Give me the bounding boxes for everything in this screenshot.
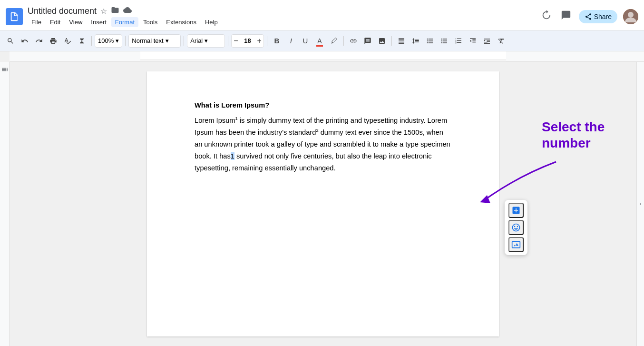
menu-view[interactable]: View — [65, 17, 86, 27]
highlight-btn[interactable] — [327, 34, 341, 48]
indent-increase-btn[interactable] — [480, 34, 494, 48]
font-value: Arial — [190, 37, 203, 44]
menu-bar: File Edit View Insert Format Tools Exten… — [28, 17, 539, 27]
zoom-dropdown-icon: ▾ — [116, 37, 119, 44]
paint-format-btn[interactable] — [75, 34, 88, 48]
header-right: Share — [539, 8, 638, 25]
page: What is Lorem Ipsum? Lorem Ipsum1 is sim… — [147, 71, 499, 336]
annotation-line1: Select the — [542, 119, 605, 134]
menu-tools[interactable]: Tools — [139, 17, 161, 27]
history-icon[interactable] — [539, 8, 553, 25]
sep3 — [184, 36, 184, 46]
annotation-text: Select the number — [542, 119, 636, 151]
menu-help[interactable]: Help — [201, 17, 222, 27]
annotation-line2: number — [542, 136, 591, 150]
font-size-value[interactable]: 18 — [240, 37, 255, 44]
sep6 — [343, 36, 344, 46]
undo-btn[interactable] — [18, 34, 31, 48]
sep4 — [228, 36, 228, 46]
style-select[interactable]: Normal text ▾ — [128, 34, 181, 48]
star-icon[interactable]: ☆ — [100, 7, 107, 16]
bullet-list-btn[interactable] — [438, 34, 451, 48]
svg-point-1 — [628, 12, 634, 18]
main-area: What is Lorem Ipsum? Lorem Ipsum1 is sim… — [0, 62, 644, 346]
checklist-btn[interactable] — [423, 34, 437, 48]
underline-btn[interactable]: U — [299, 34, 312, 48]
italic-btn[interactable]: I — [284, 34, 298, 48]
bold-btn[interactable]: B — [270, 34, 283, 48]
page-paragraph: Lorem Ipsum1 is simply dummy text of the… — [195, 115, 451, 174]
insert-comment-btn[interactable] — [361, 34, 374, 48]
comment-icon[interactable] — [559, 8, 573, 25]
text-color-indicator — [316, 45, 323, 47]
menu-file[interactable]: File — [28, 17, 45, 27]
line-spacing-btn[interactable] — [409, 34, 422, 48]
menu-edit[interactable]: Edit — [46, 17, 64, 27]
share-button[interactable]: Share — [579, 10, 617, 23]
menu-insert[interactable]: Insert — [87, 17, 110, 27]
zoom-value: 100% — [98, 37, 114, 44]
search-btn[interactable] — [4, 34, 17, 48]
collapse-icon: › — [640, 201, 641, 207]
insert-image-btn[interactable] — [375, 34, 389, 48]
font-size-increase[interactable]: + — [255, 37, 263, 45]
font-size-decrease[interactable]: − — [232, 37, 240, 45]
align-btn[interactable] — [395, 34, 408, 48]
folder-icon[interactable] — [111, 6, 119, 16]
sep2 — [125, 36, 126, 46]
float-emoji-btn[interactable] — [508, 220, 524, 235]
redo-btn[interactable] — [32, 34, 46, 48]
avatar[interactable] — [623, 9, 638, 24]
para-lorem: Lorem Ipsum — [195, 117, 235, 124]
clear-format-btn[interactable] — [495, 34, 508, 48]
style-dropdown-icon: ▾ — [166, 37, 169, 44]
sep1 — [91, 36, 92, 46]
floating-toolbar — [505, 200, 527, 255]
style-value: Normal text — [132, 37, 163, 44]
cloud-icon — [123, 6, 132, 16]
numbered-list-btn[interactable] — [452, 34, 465, 48]
link-btn[interactable] — [347, 34, 360, 48]
menu-format[interactable]: Format — [111, 17, 138, 27]
zoom-select[interactable]: 100% ▾ — [95, 34, 122, 48]
share-label: Share — [594, 13, 612, 20]
spell-btn[interactable] — [61, 34, 74, 48]
indent-decrease-btn[interactable] — [466, 34, 479, 48]
ruler — [10, 51, 644, 62]
outline-icon[interactable] — [1, 66, 9, 75]
doc-title[interactable]: Untitled document — [28, 6, 97, 16]
font-select[interactable]: Arial ▾ — [187, 34, 225, 48]
page-content: What is Lorem Ipsum? Lorem Ipsum1 is sim… — [195, 100, 451, 174]
print-btn[interactable] — [47, 34, 60, 48]
font-size-box: − 18 + — [231, 34, 264, 48]
text-color-btn[interactable]: A — [313, 34, 326, 48]
ruler-inner — [140, 51, 506, 61]
right-collapse-btn[interactable]: › — [636, 62, 644, 346]
doc-area[interactable]: What is Lorem Ipsum? Lorem Ipsum1 is sim… — [10, 62, 636, 346]
annotation: Select the number — [542, 119, 636, 151]
float-add-btn[interactable] — [508, 203, 524, 218]
left-panel — [0, 62, 10, 346]
title-area: Untitled document ☆ File Edit View Inser… — [28, 6, 539, 27]
sep5 — [267, 36, 267, 46]
float-image-btn[interactable] — [508, 237, 524, 252]
sep7 — [391, 36, 392, 46]
selected-number: 1 — [231, 152, 234, 160]
menu-extensions[interactable]: Extensions — [162, 17, 200, 27]
title-bar: Untitled document ☆ File Edit View Inser… — [0, 0, 644, 30]
font-dropdown-icon: ▾ — [205, 37, 208, 44]
toolbar: 100% ▾ Normal text ▾ Arial ▾ − 18 + B I … — [0, 30, 644, 51]
page-heading: What is Lorem Ipsum? — [195, 100, 451, 111]
docs-icon — [6, 8, 23, 25]
